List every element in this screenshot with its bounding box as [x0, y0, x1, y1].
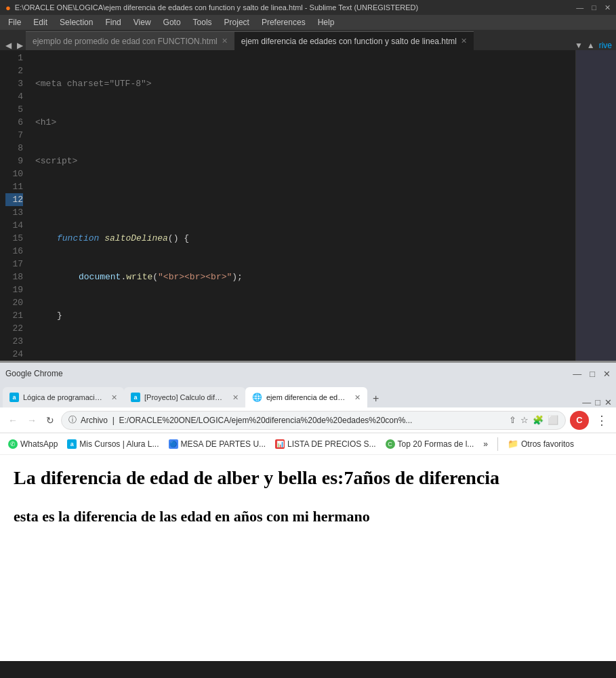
- browser-tab-1-label: Lógica de programación: P: [23, 393, 104, 401]
- title-bar-controls: — □ ✕: [576, 3, 611, 12]
- address-bar[interactable]: ⓘ Archivo | E:/ORACLE%20ONE/LOGICA/ejem%…: [61, 411, 566, 430]
- menu-help[interactable]: Help: [312, 16, 340, 28]
- tab-action-rive[interactable]: rive: [599, 41, 612, 50]
- browser-window-controls: — □ ✕: [582, 397, 616, 407]
- maximize-button[interactable]: □: [592, 3, 596, 12]
- browser-tab-1-icon: a: [9, 393, 19, 402]
- browser-content: La diferencia de edad de alber y bella e…: [0, 455, 616, 661]
- code-editor: 12345 678910 1112131415 1617181920 21222…: [0, 50, 616, 361]
- tab-nav-left[interactable]: ◀: [3, 41, 14, 50]
- menu-goto[interactable]: Goto: [158, 16, 186, 28]
- browser-title-left: Google Chrome: [5, 369, 63, 378]
- editor-tab-2-close[interactable]: ✕: [461, 37, 467, 45]
- minimize-button[interactable]: —: [576, 3, 583, 12]
- star-icon[interactable]: ☆: [520, 415, 529, 425]
- code-lines: <meta charset="UTF-8"> <h1> <script> fun…: [28, 50, 616, 361]
- bookmark-more[interactable]: »: [480, 438, 491, 450]
- bookmark-top20[interactable]: C Top 20 Formas de l...: [383, 438, 477, 450]
- bookmark-lista-label: LISTA DE PRECIOS S...: [287, 439, 375, 449]
- address-text: Archivo | E:/ORACLE%20ONE/LOGICA/ejem%20…: [81, 416, 412, 425]
- editor-tab-2[interactable]: ejem diferencia de edades con function y…: [234, 31, 474, 50]
- browser-win-close[interactable]: ✕: [604, 397, 612, 407]
- browser-win-min[interactable]: —: [582, 397, 591, 407]
- profile-button[interactable]: C: [570, 411, 589, 430]
- bookmark-alura[interactable]: a Mis Cursos | Alura L...: [64, 438, 161, 450]
- menu-file[interactable]: File: [3, 16, 26, 28]
- browser-tab-3-icon: 🌐: [252, 393, 262, 402]
- bookmark-top20-label: Top 20 Formas de l...: [398, 439, 474, 449]
- editor-tab-bar: ◀ ▶ ejemplo de promedio de edad con FUNC…: [0, 30, 616, 50]
- bookmarks-bar: ✆ WhatsApp a Mis Cursos | Alura L... 🔵 M…: [0, 433, 616, 455]
- title-bar-left: ● E:\ORACLE ONE\LOGICA\ejem diferencia d…: [5, 3, 418, 13]
- menu-find[interactable]: Find: [100, 16, 126, 28]
- editor-tab-1-close[interactable]: ✕: [222, 37, 228, 45]
- browser-tab-3[interactable]: 🌐 ejem diferencia de edades ✕: [245, 387, 367, 407]
- menu-view[interactable]: View: [128, 16, 157, 28]
- browser-tab-2-close[interactable]: ✕: [232, 393, 239, 402]
- code-line-7: }: [35, 309, 616, 322]
- menu-bar: File Edit Selection Find View Goto Tools…: [0, 15, 616, 30]
- menu-edit[interactable]: Edit: [28, 16, 53, 28]
- new-tab-button[interactable]: +: [367, 390, 384, 407]
- browser: Google Chrome — □ ✕ a Lógica de programa…: [0, 361, 616, 659]
- code-line-6: document.write("<br><br><br>");: [35, 271, 616, 283]
- result-p: esta es la diferencia de las edad en año…: [14, 506, 602, 527]
- tab-action-down[interactable]: ▼: [575, 41, 583, 50]
- lista-icon: 📊: [275, 439, 285, 449]
- browser-maximize[interactable]: □: [590, 369, 595, 379]
- back-button[interactable]: ←: [5, 412, 20, 428]
- editor-tab-actions: ▼ ▲ rive: [575, 41, 616, 50]
- bookmark-otros-label: Otros favoritos: [521, 439, 574, 449]
- bookmarks-separator: [497, 437, 498, 451]
- window-icon[interactable]: ⬜: [548, 415, 558, 425]
- browser-close[interactable]: ✕: [603, 369, 611, 379]
- share-icon[interactable]: ⇧: [509, 415, 516, 425]
- title-bar: ● E:\ORACLE ONE\LOGICA\ejem diferencia d…: [0, 0, 616, 15]
- reload-button[interactable]: ↻: [43, 412, 57, 428]
- extensions-icon[interactable]: 🧩: [533, 415, 543, 425]
- app-icon: ●: [5, 3, 11, 13]
- browser-minimize[interactable]: —: [573, 369, 581, 379]
- browser-menu-button[interactable]: ⋮: [593, 413, 611, 428]
- alura-icon: a: [67, 439, 77, 449]
- browser-tab-2-icon: a: [131, 393, 140, 402]
- menu-tools[interactable]: Tools: [188, 16, 218, 28]
- code-line-2: <h1>: [35, 116, 616, 129]
- browser-tab-2[interactable]: a [Proyecto] Calculo diferenc ✕: [124, 387, 245, 407]
- forward-button[interactable]: →: [24, 412, 39, 428]
- result-h1: La diferencia de edad de alber y bella e…: [14, 466, 602, 490]
- bookmark-mesa[interactable]: 🔵 MESA DE PARTES U...: [166, 438, 269, 450]
- menu-preferences[interactable]: Preferences: [256, 16, 311, 28]
- browser-title-controls: — □ ✕: [573, 369, 611, 379]
- menu-project[interactable]: Project: [219, 16, 255, 28]
- bookmark-whatsapp-label: WhatsApp: [20, 439, 58, 449]
- browser-tab-3-close[interactable]: ✕: [354, 393, 361, 402]
- whatsapp-icon: ✆: [8, 439, 18, 449]
- folder-icon: 📁: [508, 439, 518, 449]
- close-button[interactable]: ✕: [604, 3, 611, 12]
- menu-selection[interactable]: Selection: [54, 16, 98, 28]
- editor-tab-1[interactable]: ejemplo de promedio de edad con FUNCTION…: [26, 31, 234, 50]
- bookmark-mesa-label: MESA DE PARTES U...: [181, 439, 266, 449]
- browser-tab-1[interactable]: a Lógica de programación: P ✕: [3, 387, 124, 407]
- browser-nav-bar: ← → ↻ ⓘ Archivo | E:/ORACLE%20ONE/LOGICA…: [0, 407, 616, 433]
- code-line-5: function saltoDelinea() {: [35, 232, 616, 245]
- bookmark-whatsapp[interactable]: ✆ WhatsApp: [5, 438, 60, 450]
- bookmark-otros[interactable]: 📁 Otros favoritos: [505, 437, 577, 450]
- code-line-8: [35, 348, 616, 361]
- bookmark-alura-label: Mis Cursos | Alura L...: [79, 439, 159, 449]
- code-line-1: <meta charset="UTF-8">: [35, 77, 616, 90]
- address-bar-icons: ⇧ ☆ 🧩 ⬜: [509, 415, 558, 425]
- browser-tab-2-label: [Proyecto] Calculo diferenc: [144, 393, 226, 401]
- tab-nav-right[interactable]: ▶: [14, 41, 26, 50]
- editor-tab-1-label: ejemplo de promedio de edad con FUNCTION…: [33, 37, 218, 46]
- bookmark-lista[interactable]: 📊 LISTA DE PRECIOS S...: [272, 438, 378, 450]
- line-numbers: 12345 678910 1112131415 1617181920 21222…: [0, 50, 28, 361]
- browser-tab-bar: a Lógica de programación: P ✕ a [Proyect…: [0, 384, 616, 407]
- browser-win-max[interactable]: □: [595, 397, 600, 407]
- editor-tab-2-label: ejem diferencia de edades con function y…: [241, 37, 457, 46]
- tab-action-up[interactable]: ▲: [587, 41, 595, 50]
- browser-tab-1-close[interactable]: ✕: [111, 393, 117, 402]
- mesa-icon: 🔵: [169, 439, 178, 449]
- browser-title-text: Google Chrome: [5, 369, 63, 378]
